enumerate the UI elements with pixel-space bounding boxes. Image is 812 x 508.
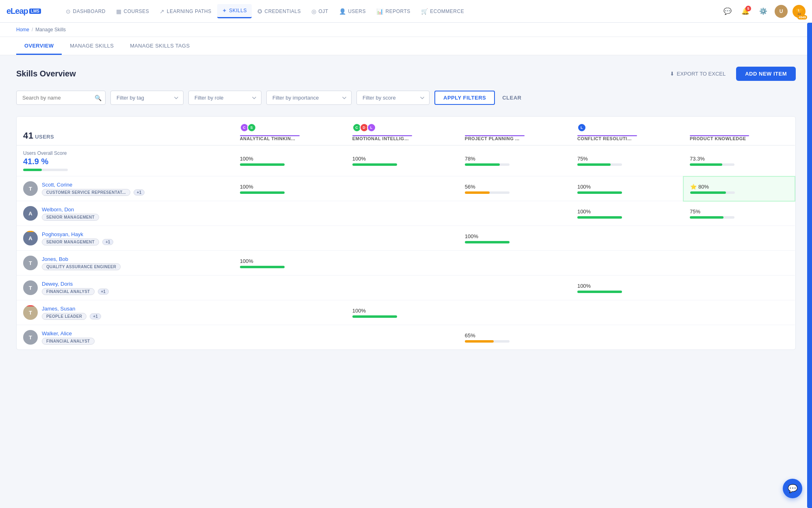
user-cell-5: T James, Susan PEOPLE LEADER +1	[17, 300, 233, 325]
nav-item-ojt[interactable]: ◎OJT	[307, 5, 333, 18]
user-details-6: Walker, Alice FINANCIAL ANALYST	[42, 330, 95, 345]
filter-role-select[interactable]: Filter by role	[188, 91, 261, 105]
skill-header-1: CDLEMOTIONAL INTELLIGE...	[346, 117, 458, 145]
table-row: T Jones, Bob QUALITY ASSURANCE ENGINEER …	[17, 251, 795, 276]
score-bar-4-3	[577, 291, 622, 293]
score-bar-0-4	[690, 191, 726, 194]
settings-button[interactable]: ⚙️	[757, 5, 770, 18]
skill-header-2: PROJECT PLANNING A...	[458, 117, 571, 145]
user-info-6: T Walker, Alice FINANCIAL ANALYST	[23, 330, 227, 345]
top-navigation: eLeap LMS ⊙DASHBOARD▦COURSES↗LEARNING PA…	[0, 0, 812, 23]
nav-item-users[interactable]: 👤USERS	[334, 5, 371, 18]
user-avatar-2: A	[23, 231, 38, 245]
overall-score-cell: Users Overall Score41.9 %	[17, 145, 233, 176]
score-bar-wrap-4-3	[577, 291, 622, 293]
user-name-1[interactable]: Welborn, Don	[42, 206, 99, 213]
plus-badge-2: +1	[102, 239, 113, 245]
user-avatar-0: T	[23, 181, 38, 196]
skills-nav-icon: ✦	[222, 7, 227, 14]
tab-overview[interactable]: OVERVIEW	[16, 37, 62, 55]
logo[interactable]: eLeap LMS	[6, 7, 51, 16]
search-wrap: 🔍	[16, 91, 106, 105]
skill-score-val-3: 75%	[577, 156, 677, 162]
skill-name-4: PRODUCT KNOWLEDGE	[690, 136, 747, 141]
filter-tag-select[interactable]: Filter by tag	[110, 91, 184, 105]
score-val-0-2: 56%	[465, 184, 564, 190]
user-score-3-4	[683, 251, 795, 276]
nav-item-learning-paths[interactable]: ↗LEARNING PATHS	[155, 5, 216, 18]
plus-badge-4: +1	[98, 289, 109, 295]
user-avatar[interactable]: U	[775, 5, 788, 18]
score-val-1-4: 75%	[690, 208, 788, 215]
skill-avatars-3: L	[577, 123, 677, 132]
breadcrumb-home[interactable]: Home	[16, 27, 29, 33]
user-name-0[interactable]: Scott, Corine	[42, 182, 145, 188]
user-name-2[interactable]: Poghosyan, Hayk	[42, 231, 113, 237]
clear-filters-button[interactable]: CLEAR	[500, 91, 524, 104]
skill-score-val-1: 100%	[352, 156, 452, 162]
export-button[interactable]: ⬇ EXPORT TO EXCEL	[666, 68, 730, 79]
user-name-5[interactable]: James, Susan	[42, 306, 101, 312]
export-icon: ⬇	[670, 71, 674, 77]
search-input[interactable]	[16, 91, 106, 105]
overall-score: 41.9 %	[23, 157, 227, 166]
user-avatar-5: T	[23, 305, 38, 320]
messages-button[interactable]: 💬	[721, 5, 734, 18]
trophy-button[interactable]: 🏆 4949	[793, 5, 806, 18]
user-name-4[interactable]: Dewey, Doris	[42, 281, 109, 287]
nav-item-credentials[interactable]: ✪CREDENTIALS	[253, 5, 306, 18]
skill-name-3: CONFLICT RESOLUTION	[577, 136, 634, 141]
logo-badge: LMS	[29, 9, 41, 14]
skill-header-4: PRODUCT KNOWLEDGE	[683, 117, 795, 145]
user-score-2-3	[571, 226, 683, 251]
score-val-0-4: ⭐80%	[690, 184, 788, 190]
user-score-1-0	[233, 201, 346, 226]
overall-label: Users Overall Score	[23, 150, 227, 156]
score-val-6-2: 65%	[465, 332, 564, 339]
users-count-header: 41Users	[17, 117, 233, 145]
apply-filters-button[interactable]: APPLY FILTERS	[434, 91, 495, 105]
user-name-6[interactable]: Walker, Alice	[42, 330, 95, 336]
user-score-5-2	[458, 300, 571, 325]
header-actions: ⬇ EXPORT TO EXCEL ADD NEW ITEM	[666, 67, 796, 81]
add-new-item-button[interactable]: ADD NEW ITEM	[736, 67, 796, 81]
user-details-1: Welborn, Don SENIOR MANAGEMENT	[42, 206, 99, 221]
user-details-3: Jones, Bob QUALITY ASSURANCE ENGINEER	[42, 256, 121, 270]
score-bar-wrap-1-4	[690, 216, 734, 219]
user-role-2: SENIOR MANAGEMENT	[42, 239, 99, 245]
users-label: Users	[35, 134, 54, 140]
export-label: EXPORT TO EXCEL	[677, 71, 726, 77]
user-cell-3: T Jones, Bob QUALITY ASSURANCE ENGINEER	[17, 251, 233, 276]
user-name-3[interactable]: Jones, Bob	[42, 256, 121, 262]
nav-item-reports[interactable]: 📊REPORTS	[371, 5, 415, 18]
tab-manage-skills[interactable]: MANAGE SKILLS	[62, 37, 122, 55]
filter-importance-select[interactable]: Filter by importance	[266, 91, 352, 105]
skill-score-bar-2	[465, 163, 500, 166]
user-score-3-3	[571, 251, 683, 276]
reports-nav-icon: 📊	[376, 8, 384, 15]
skill-avatars-placeholder-2	[465, 122, 564, 134]
skill-name-2: PROJECT PLANNING A...	[465, 136, 522, 141]
tab-manage-skills-tags[interactable]: MANAGE SKILLS TAGS	[122, 37, 198, 55]
right-panel-divider	[807, 23, 812, 361]
table-scroll[interactable]: 41UsersCSANALYTICAL THINKING...CDLEMOTIO…	[17, 117, 795, 350]
notifications-button[interactable]: 🔔 5	[739, 5, 752, 18]
skill-avatars-placeholder-4	[690, 122, 788, 134]
user-role-0: CUSTOMER SERVICE REPRESENTAT...	[42, 189, 130, 196]
nav-item-ecommerce[interactable]: 🛒ECOMMERCE	[416, 5, 469, 18]
user-score-5-1: 100%	[346, 300, 458, 325]
user-score-4-1	[346, 276, 458, 300]
filter-score-select[interactable]: Filter by score	[356, 91, 430, 105]
user-score-2-2: 100%	[458, 226, 571, 251]
dashboard-nav-icon: ⊙	[66, 8, 71, 15]
user-score-2-4	[683, 226, 795, 251]
nav-item-dashboard[interactable]: ⊙DASHBOARD	[61, 5, 110, 18]
nav-item-courses[interactable]: ▦COURSES	[111, 5, 154, 18]
nav-item-skills[interactable]: ✦SKILLS	[217, 4, 252, 18]
overall-skill-score-3: 75%	[571, 145, 683, 176]
user-score-3-0: 100%	[233, 251, 346, 276]
ecommerce-nav-icon: 🛒	[421, 8, 428, 15]
logo-text: eLeap	[6, 7, 28, 16]
skill-score-bar-wrap-2	[465, 163, 510, 166]
user-score-2-0	[233, 226, 346, 251]
